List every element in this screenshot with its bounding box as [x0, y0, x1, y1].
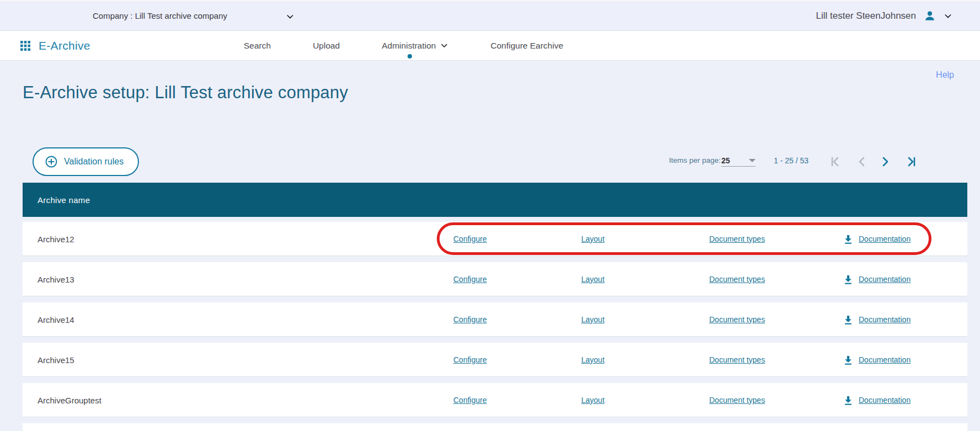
link-label: Document types: [709, 315, 765, 324]
next-page-button[interactable]: [877, 153, 893, 170]
link-label: Configure: [453, 355, 487, 364]
link-label: Layout: [581, 396, 604, 405]
user-avatar-icon: [924, 10, 936, 22]
table-row: Archive15 Configure Layout Document type…: [23, 343, 967, 377]
link-label: Document types: [709, 396, 765, 405]
plus-circle-icon: [45, 155, 58, 168]
company-selector[interactable]: Company : Lill Test archive company: [93, 1, 302, 30]
table-row: [23, 423, 967, 431]
archive-name: Archive12: [38, 234, 74, 243]
chevron-down-icon: [440, 41, 448, 50]
column-header-archive-name: Archive name: [38, 195, 90, 205]
layout-link[interactable]: Layout: [581, 235, 604, 243]
nav-item-configure-earchive[interactable]: Configure Earchive: [490, 31, 563, 60]
link-label: Documentation: [859, 396, 911, 405]
nav-items: Search Upload Administration Configure E…: [244, 31, 563, 60]
documentation-link[interactable]: Documentation: [843, 354, 911, 365]
table-row: Archive14 Configure Layout Document type…: [23, 302, 967, 337]
active-tab-dot: [408, 54, 412, 58]
layout-link[interactable]: Layout: [581, 275, 604, 284]
documentation-link[interactable]: Documentation: [843, 314, 911, 325]
archive-name: ArchiveGrouptest: [38, 395, 101, 405]
previous-page-button[interactable]: [854, 153, 870, 170]
archive-table: Archive name Archive12 Configure Layout …: [23, 183, 967, 431]
link-label: Layout: [581, 315, 604, 324]
dropdown-arrow-icon: [749, 159, 756, 162]
download-icon: [843, 274, 854, 285]
table-row: Archive12 Configure Layout Document type…: [23, 222, 967, 256]
layout-link[interactable]: Layout: [581, 355, 604, 364]
nav-item-label: Upload: [313, 41, 340, 51]
nav-item-search[interactable]: Search: [244, 31, 271, 60]
link-label: Layout: [581, 355, 604, 364]
link-label: Configure: [453, 275, 487, 284]
configure-link[interactable]: Configure: [453, 235, 487, 243]
nav-item-label: Administration: [382, 41, 436, 51]
link-label: Documentation: [859, 275, 911, 284]
items-per-page-label: Items per page:: [669, 156, 721, 164]
configure-link[interactable]: Configure: [453, 315, 487, 324]
link-label: Layout: [581, 275, 604, 284]
link-label: Documentation: [859, 315, 911, 324]
archive-name: Archive13: [38, 274, 74, 284]
layout-link[interactable]: Layout: [581, 315, 604, 324]
link-label: Layout: [581, 235, 604, 243]
nav-item-label: Configure Earchive: [490, 41, 563, 51]
link-label: Document types: [709, 235, 765, 243]
documentation-link[interactable]: Documentation: [843, 233, 911, 244]
configure-link[interactable]: Configure: [453, 396, 487, 405]
last-page-button[interactable]: [903, 153, 919, 170]
nav-item-administration[interactable]: Administration: [382, 31, 448, 60]
validation-rules-label: Validation rules: [64, 157, 124, 167]
link-label: Document types: [709, 355, 765, 364]
company-selector-label: Company : Lill Test archive company: [93, 11, 227, 20]
archive-name: Archive15: [38, 355, 74, 364]
page: Company : Lill Test archive company Lill…: [0, 0, 980, 431]
brand-name: E-Archive: [39, 39, 90, 52]
nav-item-label: Search: [244, 41, 271, 51]
link-label: Configure: [453, 235, 487, 243]
apps-grid-icon: [20, 41, 30, 51]
link-label: Configure: [453, 396, 487, 405]
documentation-link[interactable]: Documentation: [843, 395, 911, 406]
download-icon: [843, 233, 854, 244]
nav-bar: E-Archive Search Upload Administration C…: [0, 31, 980, 61]
help-link[interactable]: Help: [936, 70, 954, 80]
document-types-link[interactable]: Document types: [709, 315, 765, 324]
items-per-page-value: 25: [721, 156, 730, 165]
table-header: Archive name: [23, 183, 967, 217]
page-range-label: 1 - 25 / 53: [774, 156, 808, 165]
document-types-link[interactable]: Document types: [709, 235, 765, 243]
archive-name: Archive14: [38, 315, 74, 324]
user-menu[interactable]: Lill tester SteenJohnsen: [816, 1, 952, 30]
download-icon: [843, 395, 854, 406]
configure-link[interactable]: Configure: [453, 275, 487, 284]
nav-item-upload[interactable]: Upload: [313, 31, 340, 60]
documentation-link[interactable]: Documentation: [843, 274, 911, 285]
link-label: Document types: [709, 275, 765, 284]
document-types-link[interactable]: Document types: [709, 355, 765, 364]
user-name: Lill tester SteenJohnsen: [816, 10, 916, 22]
chevron-down-icon: [944, 12, 952, 20]
chevron-down-icon: [286, 12, 294, 21]
download-icon: [843, 354, 854, 365]
top-bar: Company : Lill Test archive company Lill…: [0, 0, 980, 31]
document-types-link[interactable]: Document types: [709, 396, 765, 405]
link-label: Documentation: [859, 355, 911, 364]
page-title: E-Archive setup: Lill Test archive compa…: [23, 83, 348, 103]
link-label: Configure: [453, 315, 487, 324]
layout-link[interactable]: Layout: [581, 396, 604, 405]
link-label: Documentation: [859, 235, 911, 243]
download-icon: [843, 314, 854, 325]
document-types-link[interactable]: Document types: [709, 275, 765, 284]
table-row: Archive13 Configure Layout Document type…: [23, 262, 967, 296]
first-page-button[interactable]: [827, 153, 844, 170]
table-row: ArchiveGrouptest Configure Layout Docume…: [23, 383, 967, 417]
configure-link[interactable]: Configure: [453, 355, 487, 364]
validation-rules-button[interactable]: Validation rules: [33, 147, 139, 176]
items-per-page-select[interactable]: 25: [721, 155, 756, 167]
brand-logo[interactable]: E-Archive: [20, 31, 90, 60]
